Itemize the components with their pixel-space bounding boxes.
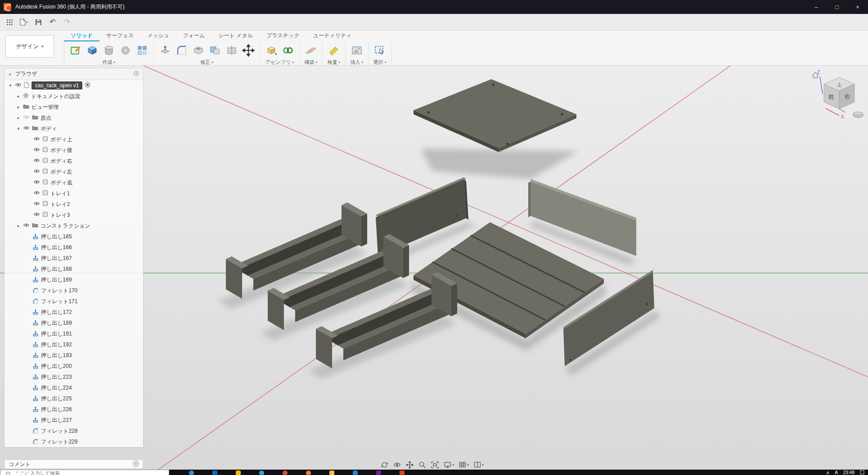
assemble-group-label[interactable]: アセンブリ▾: [265, 59, 294, 66]
browser-body-row[interactable]: ボディ底: [4, 177, 143, 188]
feature-row[interactable]: フィレット170: [4, 285, 143, 296]
view-cube[interactable]: 上 前 右 Z X: [808, 67, 868, 124]
insert-canvas-icon[interactable]: [350, 44, 364, 57]
combine-icon[interactable]: [208, 44, 222, 57]
fillet-icon[interactable]: [175, 44, 189, 57]
feature-row[interactable]: 押し出し224: [4, 382, 143, 393]
visibility-eye-icon[interactable]: [23, 125, 30, 132]
minimize-button[interactable]: –: [806, 0, 827, 14]
pattern-icon[interactable]: [135, 44, 149, 57]
orbit-icon[interactable]: [381, 461, 388, 469]
fit-icon[interactable]: [431, 462, 439, 468]
feature-row[interactable]: 押し出し223: [4, 372, 143, 382]
primitive-box-icon[interactable]: [85, 44, 99, 57]
taskbar-app-icon[interactable]: [306, 471, 311, 475]
view-disc-icon[interactable]: [853, 112, 863, 117]
create-group-label[interactable]: 作成▾: [102, 59, 115, 66]
insert-group-label[interactable]: 挿入▾: [350, 59, 363, 66]
visibility-eye-icon[interactable]: [33, 136, 40, 143]
visibility-eye-icon[interactable]: [33, 147, 40, 153]
data-panel-grid-icon[interactable]: [4, 16, 15, 28]
construction-plane-icon[interactable]: [304, 44, 318, 57]
feature-row[interactable]: 押し出し172: [4, 307, 143, 318]
browser-row-document-settings[interactable]: ▸ ドキュメントの設定: [4, 91, 143, 102]
ime-indicator[interactable]: A: [835, 470, 838, 475]
taskbar-clock[interactable]: 23:48: [843, 470, 855, 475]
ribbon-tab[interactable]: サーフェス: [99, 31, 140, 41]
pan-icon[interactable]: [406, 461, 414, 469]
create-sketch-icon[interactable]: [69, 44, 82, 57]
feature-row[interactable]: フィレット171: [4, 296, 143, 307]
browser-row-view-management[interactable]: ▸ ビュー管理: [4, 102, 143, 112]
file-menu-icon[interactable]: ▾: [18, 16, 30, 28]
zoom-icon[interactable]: [418, 461, 426, 469]
primitive-cylinder-icon[interactable]: [102, 44, 116, 57]
expand-triangle-icon[interactable]: ▾: [16, 126, 21, 131]
browser-root-row[interactable]: ▾ cas_rack_open v1: [4, 80, 143, 91]
ribbon-tab[interactable]: ユーティリティ: [306, 31, 359, 41]
search-input[interactable]: [15, 471, 145, 475]
feature-row[interactable]: 押し出し191: [4, 328, 143, 339]
feature-row[interactable]: フィレット228: [4, 426, 143, 436]
browser-body-row[interactable]: トレイ2: [4, 199, 143, 210]
panel-options-icon[interactable]: [134, 71, 139, 77]
visibility-eye-icon[interactable]: [33, 169, 40, 175]
expand-triangle-icon[interactable]: ▾: [8, 83, 13, 88]
viewcube-front-label[interactable]: 前: [828, 94, 834, 100]
visibility-eye-icon[interactable]: [23, 223, 30, 229]
grid-settings-icon[interactable]: ▾: [459, 462, 469, 468]
feature-row[interactable]: 押し出し166: [4, 242, 143, 253]
viewports-icon[interactable]: ▾: [474, 462, 484, 468]
ribbon-tab[interactable]: ソリッド: [64, 31, 99, 41]
feature-row[interactable]: フィレット229: [4, 436, 143, 447]
measure-icon[interactable]: [327, 44, 341, 57]
visibility-eye-icon[interactable]: [33, 201, 40, 207]
feature-row[interactable]: 押し出し192: [4, 339, 143, 350]
tray-expand-icon[interactable]: ∧: [826, 470, 829, 475]
inspect-group-label[interactable]: 検査▾: [327, 59, 340, 66]
new-component-icon[interactable]: [265, 44, 278, 57]
taskbar-search[interactable]: [0, 470, 169, 475]
feature-row[interactable]: 押し出し189: [4, 318, 143, 328]
visibility-eye-icon[interactable]: [33, 179, 40, 186]
red o-icon[interactable]: ↷: [61, 16, 73, 28]
close-button[interactable]: ×: [847, 0, 868, 14]
browser-body-row[interactable]: トレイ3: [4, 210, 143, 220]
maximize-button[interactable]: □: [827, 0, 847, 14]
taskbar-app-icon[interactable]: [236, 471, 241, 475]
add-comment-icon[interactable]: [133, 461, 139, 468]
ribbon-tab[interactable]: シート メタル: [211, 31, 260, 41]
browser-body-row[interactable]: ボディ上: [4, 134, 143, 145]
taskbar-app-icon[interactable]: [353, 471, 358, 475]
comment-bar[interactable]: コメント: [4, 460, 143, 469]
viewcube-body[interactable]: 上 前 右: [824, 77, 855, 109]
ribbon-tab[interactable]: フォーム: [176, 31, 211, 41]
construct-group-label[interactable]: 構築▾: [304, 59, 317, 66]
undo-icon[interactable]: ↶: [47, 16, 58, 28]
taskbar-app-icon[interactable]: [329, 471, 334, 475]
part-top-panel[interactable]: [414, 79, 576, 152]
viewcube-top-label[interactable]: 上: [837, 82, 842, 87]
visibility-eye-icon[interactable]: [33, 212, 40, 218]
visibility-eye-icon[interactable]: [33, 158, 40, 164]
select-icon[interactable]: [373, 44, 387, 57]
browser-header[interactable]: « ブラウザ: [4, 68, 143, 80]
ribbon-tab[interactable]: メッシュ: [140, 31, 176, 41]
visibility-eye-off-icon[interactable]: [23, 115, 30, 121]
expand-triangle-icon[interactable]: ▸: [16, 105, 21, 109]
workspace-selector[interactable]: デザイン ▾: [5, 35, 54, 58]
taskbar-app-icon[interactable]: [283, 471, 288, 475]
ribbon-tab[interactable]: プラスチック: [260, 31, 306, 41]
notification-center-icon[interactable]: [860, 470, 864, 475]
feature-row[interactable]: 押し出し168: [4, 264, 143, 274]
browser-row-bodies-folder[interactable]: ▾ ボディ: [4, 123, 143, 134]
browser-row-origin[interactable]: ▸ 原点: [4, 112, 143, 123]
joint-icon[interactable]: [281, 44, 295, 57]
split-body-icon[interactable]: [225, 44, 238, 57]
shell-icon[interactable]: [192, 44, 205, 57]
viewcube-right-label[interactable]: 右: [845, 93, 850, 100]
feature-row[interactable]: 押し出し167: [4, 253, 143, 264]
taskbar-app-icon[interactable]: [189, 471, 194, 475]
browser-body-row[interactable]: ボディ左: [4, 166, 143, 177]
collapse-panel-icon[interactable]: «: [9, 71, 12, 77]
